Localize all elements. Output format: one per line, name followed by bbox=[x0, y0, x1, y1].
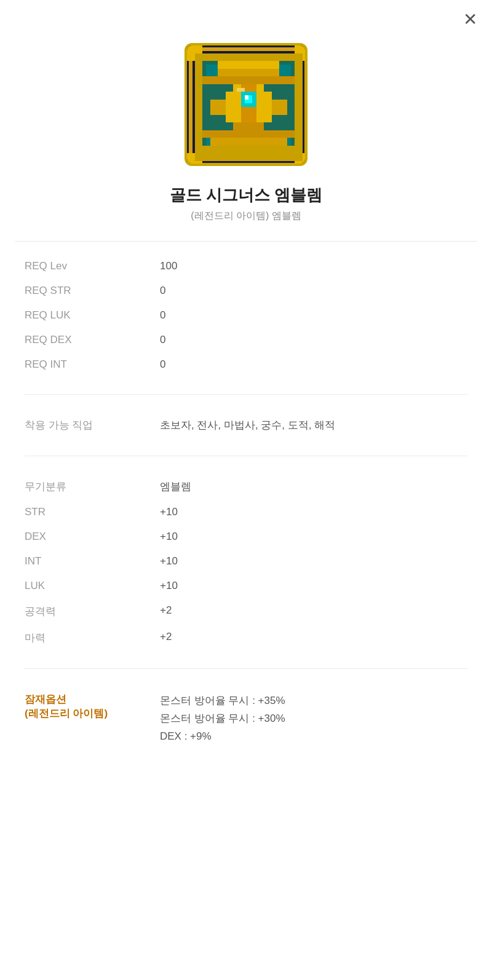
req-str-label: REQ STR bbox=[25, 285, 160, 297]
req-int-value: 0 bbox=[160, 358, 165, 371]
item-name: 골드 시그너스 엠블렘 bbox=[0, 184, 492, 206]
stat-row-luk: LUK +10 bbox=[25, 574, 467, 598]
dex-label: DEX bbox=[25, 531, 160, 543]
svg-rect-19 bbox=[210, 100, 226, 115]
job-row: 착용 가능 직업 초보자, 전사, 마법사, 궁수, 도적, 해적 bbox=[25, 412, 467, 438]
svg-rect-30 bbox=[245, 95, 248, 99]
luk-value: +10 bbox=[160, 580, 178, 592]
divider-3 bbox=[25, 456, 467, 456]
svg-rect-11 bbox=[218, 61, 279, 69]
luk-label: LUK bbox=[25, 580, 160, 592]
magic-label: 마력 bbox=[25, 631, 160, 645]
attributes-section: 무기분류 엠블렘 STR +10 DEX +10 INT +10 LUK +10… bbox=[0, 461, 492, 663]
stat-row-attack: 공격력 +2 bbox=[25, 598, 467, 625]
item-title-section: 골드 시그너스 엠블렘 (레전드리 아이템) 엠블렘 bbox=[0, 184, 492, 241]
potential-label-line1: 잠재옵션 bbox=[25, 694, 66, 705]
item-image-container bbox=[0, 0, 492, 184]
stat-row-req-luk: REQ LUK 0 bbox=[25, 303, 467, 328]
req-luk-label: REQ LUK bbox=[25, 309, 160, 322]
item-subtitle: (레전드리 아이템) 엠블렘 bbox=[0, 210, 492, 223]
svg-rect-8 bbox=[195, 53, 203, 161]
str-label: STR bbox=[25, 506, 160, 518]
attack-value: +2 bbox=[160, 604, 172, 617]
stat-row-req-int: REQ INT 0 bbox=[25, 352, 467, 377]
svg-rect-13 bbox=[202, 76, 295, 84]
req-dex-value: 0 bbox=[160, 334, 165, 346]
req-dex-label: REQ DEX bbox=[25, 334, 160, 346]
svg-rect-29 bbox=[210, 138, 287, 146]
item-image bbox=[184, 43, 308, 166]
stat-row-req-dex: REQ DEX 0 bbox=[25, 328, 467, 352]
potential-row: 잠재옵션 (레전드리 아이템) 몬스터 방어율 무시 : +35% 몬스터 방어… bbox=[25, 686, 467, 752]
close-button[interactable]: ✕ bbox=[463, 11, 477, 28]
weapon-type-label: 무기분류 bbox=[25, 480, 160, 494]
str-value: +10 bbox=[160, 506, 178, 518]
job-value: 초보자, 전사, 마법사, 궁수, 도적, 해적 bbox=[160, 418, 335, 432]
svg-rect-12 bbox=[210, 69, 287, 77]
potential-values: 몬스터 방어율 무시 : +35% 몬스터 방어율 무시 : +30% DEX … bbox=[160, 692, 285, 746]
svg-rect-24 bbox=[279, 65, 291, 76]
svg-rect-9 bbox=[295, 53, 303, 161]
svg-rect-28 bbox=[202, 146, 295, 154]
magic-value: +2 bbox=[160, 631, 172, 643]
req-lev-label: REQ Lev bbox=[25, 260, 160, 272]
dex-value: +10 bbox=[160, 531, 178, 543]
potential-label-line2: (레전드리 아이템) bbox=[25, 708, 108, 719]
weapon-type-value: 엠블렘 bbox=[160, 480, 191, 494]
stat-row-int: INT +10 bbox=[25, 549, 467, 574]
stat-row-str: STR +10 bbox=[25, 500, 467, 524]
req-str-value: 0 bbox=[160, 285, 165, 297]
svg-rect-23 bbox=[206, 65, 218, 76]
stat-row-dex: DEX +10 bbox=[25, 524, 467, 549]
svg-rect-27 bbox=[202, 130, 295, 138]
req-int-label: REQ INT bbox=[25, 358, 160, 371]
stat-row-magic: 마력 +2 bbox=[25, 625, 467, 651]
divider-4 bbox=[25, 668, 467, 669]
potential-section: 잠재옵션 (레전드리 아이템) 몬스터 방어율 무시 : +35% 몬스터 방어… bbox=[0, 674, 492, 764]
int-value: +10 bbox=[160, 555, 178, 567]
svg-rect-31 bbox=[237, 88, 245, 92]
svg-rect-7 bbox=[195, 153, 303, 161]
potential-label: 잠재옵션 (레전드리 아이템) bbox=[25, 692, 160, 721]
req-lev-value: 100 bbox=[160, 260, 177, 272]
job-label: 착용 가능 직업 bbox=[25, 418, 160, 432]
attack-label: 공격력 bbox=[25, 604, 160, 618]
int-label: INT bbox=[25, 555, 160, 567]
stat-row-req-str: REQ STR 0 bbox=[25, 279, 467, 303]
weapon-type-row: 무기분류 엠블렘 bbox=[25, 473, 467, 500]
req-luk-value: 0 bbox=[160, 309, 165, 322]
svg-rect-20 bbox=[272, 100, 287, 115]
stat-row-req-lev: REQ Lev 100 bbox=[25, 254, 467, 279]
job-section: 착용 가능 직업 초보자, 전사, 마법사, 궁수, 도적, 해적 bbox=[0, 400, 492, 451]
req-stats-section: REQ Lev 100 REQ STR 0 REQ LUK 0 REQ DEX … bbox=[0, 242, 492, 389]
svg-rect-6 bbox=[195, 53, 303, 61]
divider-2 bbox=[25, 394, 467, 395]
